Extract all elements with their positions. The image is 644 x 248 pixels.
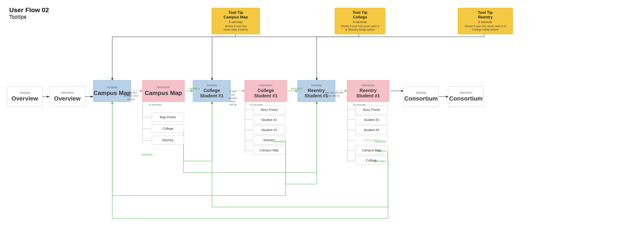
transition-label-reentry-opt: transition	[375, 140, 386, 143]
option-reentry-from-map[interactable]: Reentry	[152, 136, 184, 144]
screen-consortium-autoplay: Autoplay Consortium	[403, 86, 439, 107]
page-title-main: User Flow 02	[9, 6, 49, 14]
tooltip-campus-map-title: Tool TipCampus Map	[214, 10, 257, 20]
screen-consortium-interaction: Interaction Consortium	[448, 86, 484, 107]
annotation-campus-map-10s: 10 seconds	[144, 103, 165, 106]
screen-college-interaction-title: CollegeStudent #1	[254, 88, 278, 98]
screen-college-interaction-label: Interaction	[259, 84, 272, 87]
option-map-points[interactable]: Map Points	[152, 113, 184, 122]
annotation-college-seen: If userhasalreadyseentool tip	[224, 90, 242, 106]
screen-consortium-autoplay-label: Autoplay	[416, 91, 426, 94]
option-student2-reentry-label: Student #2	[364, 118, 379, 122]
tooltip-reentry-seconds: 6 seconds	[461, 20, 510, 24]
option-student2-college[interactable]: Student #2	[253, 116, 285, 124]
transition-label-3: transition	[274, 140, 285, 143]
option-student3-reentry-label: Student #3	[364, 128, 379, 132]
option-story-points-college-label: Story Points	[260, 108, 278, 112]
transition-label-reentry-opt3: transition	[375, 160, 386, 163]
screen-reentry-interaction-title: ReentryStudent #1	[356, 88, 380, 98]
annotation-reentry-seen: If user has alreadyseen tool tip	[320, 91, 346, 98]
tooltip-campus-map-seconds: 6 seconds	[214, 20, 257, 24]
tooltip-campus-map: Tool TipCampus Map 6 seconds Shows if us…	[212, 8, 260, 34]
option-student3-college-label: Student #3	[261, 128, 277, 132]
option-student3-reentry[interactable]: Student #3	[355, 126, 388, 134]
option-reentry-from-map-label: Reentry	[162, 138, 174, 142]
screen-reentry-interaction: Interaction ReentryStudent #1	[347, 80, 390, 102]
tooltip-college-desc: Shows if user has never seen itor Reentr…	[338, 24, 382, 32]
option-reentry-college-label: Reentry	[263, 138, 274, 142]
option-story-points-reentry[interactable]: Story Points	[355, 105, 388, 114]
option-map-points-label: Map Points	[160, 115, 176, 119]
tooltip-reentry: Tool TipReentry 6 seconds Shows if user …	[458, 8, 513, 34]
tooltip-college-seconds: 6 seconds	[338, 20, 382, 24]
screen-overview-interaction-title: Overview	[54, 95, 81, 102]
screen-college-autoplay-title: CollegeStudent #1	[200, 88, 223, 98]
tooltip-campus-map-desc: Shows if user hasnever seen it before	[214, 24, 257, 32]
tooltip-college: Tool TipCollege 6 seconds Shows if user …	[335, 8, 385, 34]
screen-consortium-interaction-title: Consortium	[449, 95, 483, 102]
option-student2-college-label: Student #2	[261, 118, 277, 122]
screen-campusmap-interaction-label: Interaction	[157, 86, 170, 89]
screen-consortium-interaction-label: Interaction	[459, 91, 472, 94]
transition-label-2: transition	[291, 87, 302, 90]
screen-campusmap-interaction-title: Campus Map	[145, 90, 182, 96]
tooltip-reentry-desc: Shows if user has never seen it orColleg…	[461, 24, 510, 32]
option-college-from-map[interactable]: College	[152, 124, 184, 133]
screen-consortium-autoplay-title: Consortium	[404, 95, 438, 102]
screen-overview-autoplay-title: Overview	[12, 95, 38, 102]
option-campusmap-college-label: Campus Map	[260, 148, 278, 152]
transition-label-1: transition	[188, 87, 200, 90]
screen-reentry-autoplay-label: Autoplay	[311, 84, 322, 87]
screen-overview-autoplay: Autoplay Overview	[7, 86, 42, 107]
transition-label-4: transition	[142, 153, 153, 156]
option-student3-college[interactable]: Student #3	[253, 126, 285, 134]
screen-campusmap-interaction: Interaction Campus Map	[142, 80, 185, 102]
screen-college-interaction: Interaction CollegeStudent #1	[244, 80, 287, 102]
annotation-campus-map-seen: If user hasalready seentool tip	[121, 91, 142, 101]
screen-reentry-interaction-label: Interaction	[362, 84, 374, 87]
tooltip-reentry-title: Tool TipReentry	[461, 10, 510, 20]
transition-label-reentry-opt2: transition	[375, 150, 386, 153]
option-college-from-map-label: College	[162, 127, 173, 130]
option-story-points-reentry-label: Story Points	[363, 108, 380, 112]
screen-college-autoplay-label: Autoplay	[206, 84, 217, 87]
option-story-points-college[interactable]: Story Points	[253, 105, 285, 114]
screen-overview-autoplay-label: Autoplay	[19, 91, 30, 94]
screen-campusmap-autoplay-label: Autoplay	[107, 86, 118, 89]
page-title-sub: Tooltips	[9, 14, 26, 20]
screen-overview-interaction-label: Interaction	[61, 91, 74, 94]
option-campusmap-college[interactable]: Campus Map	[253, 146, 285, 154]
flow-arrows	[0, 0, 644, 248]
option-student2-reentry[interactable]: Student #2	[355, 116, 388, 124]
screen-overview-interaction: Interaction Overview	[50, 86, 85, 107]
tooltip-college-title: Tool TipCollege	[338, 10, 382, 20]
